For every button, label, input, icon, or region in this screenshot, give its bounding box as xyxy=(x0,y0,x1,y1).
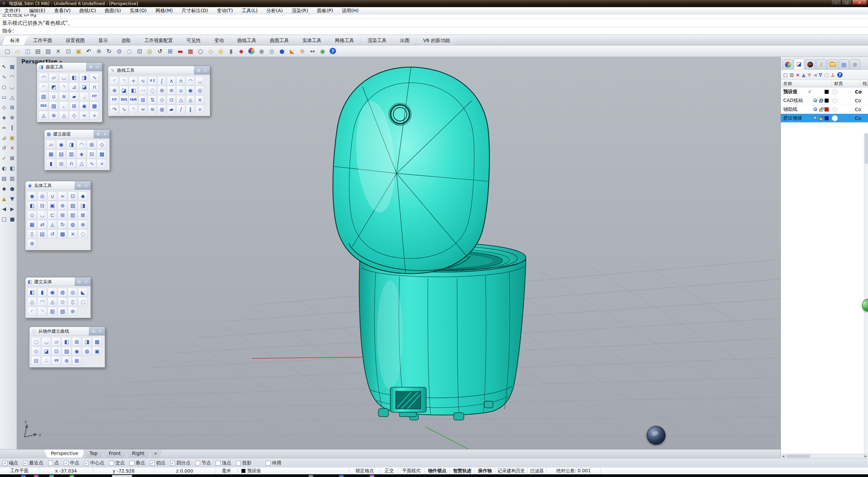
menu-item[interactable]: 面板(P) xyxy=(313,7,337,14)
viewport-new-tab[interactable]: + xyxy=(149,450,162,458)
palette-tool-icon[interactable]: FAIR xyxy=(129,95,138,104)
palette-tool-icon[interactable]: ◆ xyxy=(78,191,88,201)
palette-tool-icon[interactable]: ◨ xyxy=(82,337,92,346)
viewport-layout-icon[interactable]: ⊞ xyxy=(165,46,175,56)
menu-item[interactable]: 说明(H) xyxy=(337,7,363,14)
layer-color-swatch[interactable] xyxy=(824,116,829,120)
viewport-tab-top[interactable]: Top xyxy=(83,450,104,458)
palette-tool-icon[interactable]: ∩ xyxy=(90,82,99,91)
palette-tool-icon[interactable]: ◝ xyxy=(129,105,138,114)
sidebar-tool-icon[interactable]: ▭ xyxy=(0,92,8,102)
palette-tool-icon[interactable]: ◉ xyxy=(72,347,82,356)
palette-tool-icon[interactable]: ▦ xyxy=(92,337,102,346)
copy-icon[interactable]: ⊡ xyxy=(64,46,73,56)
palette-tool-icon[interactable]: ▨ xyxy=(49,101,59,110)
dimension-icon[interactable]: ↔ xyxy=(308,46,317,56)
palette-tool-icon[interactable]: » xyxy=(97,159,107,168)
sidebar-tool-icon[interactable]: ○ xyxy=(0,82,8,92)
palette-tool-icon[interactable]: UV xyxy=(52,356,61,365)
palette-tool-icon[interactable]: ◡ xyxy=(59,73,69,82)
palette-tool-icon[interactable]: ◇ xyxy=(58,297,67,306)
sidebar-tool-icon[interactable]: × xyxy=(8,143,16,153)
palette-tool-icon[interactable]: ◎ xyxy=(195,86,204,95)
palette-tool-icon[interactable]: ◠ xyxy=(39,73,48,82)
palette-tool-icon[interactable]: ⊏ xyxy=(47,210,57,220)
osnap-item[interactable]: 节点 xyxy=(195,460,211,466)
display-mode-icon[interactable]: ◆ xyxy=(237,46,246,56)
palette-tool-icon[interactable]: ↺ xyxy=(47,229,57,239)
palette-tool-icon[interactable]: ◌ xyxy=(78,229,88,239)
menu-item[interactable]: 渲染(R) xyxy=(287,7,313,14)
palette-gear-icon[interactable]: ⊛ xyxy=(92,329,95,334)
palette-tool-icon[interactable]: ◌ xyxy=(31,337,41,346)
palette-tool-icon[interactable]: ◜ xyxy=(27,307,37,316)
palette-tool-icon[interactable]: ↷ xyxy=(110,105,119,114)
palette-gear-icon[interactable]: ⊛ xyxy=(77,279,81,284)
palette-tool-icon[interactable]: ⇅ xyxy=(148,95,157,104)
palette-tool-icon[interactable]: ◇ xyxy=(31,347,41,356)
toolbar-tab[interactable]: 可见性 xyxy=(178,36,209,45)
palette-tool-icon[interactable]: ▤ xyxy=(37,229,47,239)
toolbar-tab[interactable]: 工作平面 xyxy=(25,36,60,45)
cplane-pane[interactable]: 工作平面 xyxy=(0,468,39,474)
maximize-button[interactable]: ▢ xyxy=(842,0,852,5)
palette-tool-icon[interactable]: ≋ xyxy=(148,105,157,114)
layer-material[interactable] xyxy=(829,89,855,95)
panel-vertical-scrollbar[interactable] xyxy=(864,133,868,454)
osnap-toggle[interactable]: 物件锁点 xyxy=(425,468,450,474)
osnap-item[interactable]: ✓中心点 xyxy=(84,460,104,466)
palette-tool-icon[interactable]: ◍ xyxy=(68,220,78,229)
palette-tool-icon[interactable]: ◍ xyxy=(82,347,92,356)
sidebar-tool-icon[interactable]: ◀ xyxy=(0,204,8,214)
palette-tool-icon[interactable]: △ xyxy=(176,95,185,104)
cooker-lid[interactable] xyxy=(328,63,494,278)
osnap-item[interactable]: 投影 xyxy=(236,460,252,466)
osnap-item[interactable]: ✓切点 xyxy=(150,460,165,466)
palette-tool-icon[interactable]: ◠ xyxy=(77,140,86,149)
sidebar-tool-icon[interactable]: ⊞ xyxy=(8,102,16,112)
osnap-item[interactable]: 顶点 xyxy=(216,460,231,466)
panel-copy-layer-icon[interactable]: ⊡ xyxy=(790,72,794,78)
palette-tool-icon[interactable]: ∧ xyxy=(167,76,176,85)
palette-titlebar[interactable]: ▦建立曲面⊛× xyxy=(44,130,110,139)
viewport-tab-right[interactable]: Right xyxy=(125,450,151,458)
palette-tool-icon[interactable]: ▯ xyxy=(27,229,37,239)
palette-tool-icon[interactable]: FIT xyxy=(90,92,99,101)
zoom-selected-icon[interactable]: ◎ xyxy=(145,46,154,56)
osnap-item[interactable]: ✓中点 xyxy=(64,460,79,466)
panel-new-layer-icon[interactable]: ▢ xyxy=(783,72,788,78)
sidebar-tool-icon[interactable]: ◠ xyxy=(8,72,16,82)
layer-visibility-toggle[interactable] xyxy=(813,107,818,111)
render-cone-icon[interactable]: ◣ xyxy=(288,46,297,56)
palette-tool-icon[interactable]: ⊞ xyxy=(138,95,147,104)
palette-close-icon[interactable]: × xyxy=(203,68,207,73)
toolbar-tab[interactable]: 选取 xyxy=(113,36,139,45)
panel-horizontal-scrollbar[interactable]: ◀ ▶ xyxy=(781,454,868,458)
sidebar-tool-icon[interactable]: ▥ xyxy=(8,173,16,184)
osnap-checkbox[interactable] xyxy=(266,461,271,465)
osnap-checkbox[interactable]: ✓ xyxy=(150,461,155,465)
print-icon[interactable]: ▤ xyxy=(33,46,42,56)
layer-material[interactable] xyxy=(829,116,855,121)
scrollbar-thumb[interactable] xyxy=(786,455,810,458)
palette-close-icon[interactable]: × xyxy=(96,64,99,69)
palette-tool-icon[interactable]: ▦ xyxy=(27,220,37,229)
menu-item[interactable]: 查看(V) xyxy=(50,7,75,14)
palette-close-icon[interactable]: × xyxy=(103,131,107,137)
palette-tool-icon[interactable]: ▮ xyxy=(46,159,56,168)
sidebar-tool-icon[interactable]: ◧ xyxy=(8,163,16,173)
palette-tool-icon[interactable]: ▱ xyxy=(46,140,56,149)
layer-color-swatch[interactable] xyxy=(824,99,829,103)
palette-tool-icon[interactable]: ⊟ xyxy=(87,149,97,159)
sidebar-tool-icon[interactable]: ▦ xyxy=(8,62,16,72)
palette-tool-icon[interactable]: ◜ xyxy=(39,82,48,91)
light-icon[interactable]: ◍ xyxy=(216,46,225,56)
menu-item[interactable]: 网格(M) xyxy=(151,7,177,14)
toolbar-tab[interactable]: 曲线工具 xyxy=(229,36,264,45)
palette-tool-icon[interactable]: ∪ xyxy=(176,86,185,95)
palette-tool-icon[interactable]: ⊛ xyxy=(58,201,67,210)
osnap-item[interactable]: ✓最近点 xyxy=(23,460,43,466)
palette-tool-icon[interactable]: ◧ xyxy=(62,337,72,346)
menu-item[interactable]: 文件(F) xyxy=(0,7,25,14)
palette-tool-icon[interactable]: ◍ xyxy=(157,105,166,114)
